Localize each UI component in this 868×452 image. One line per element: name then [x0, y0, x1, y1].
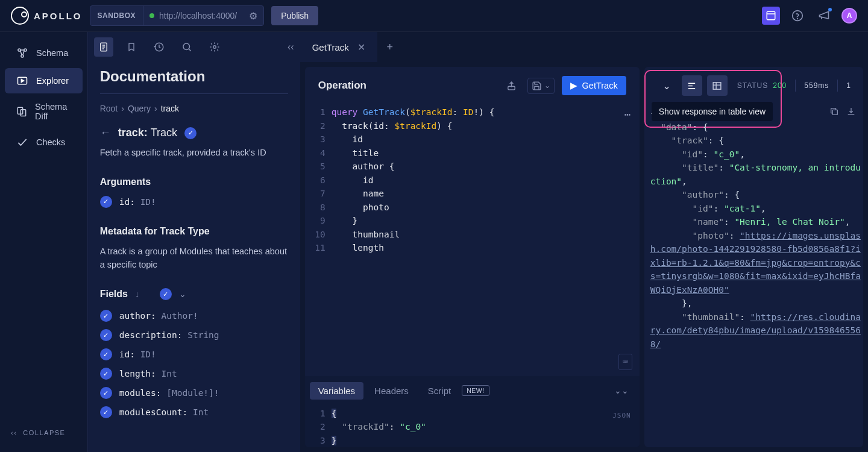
field-length[interactable]: length: Int: [119, 369, 177, 378]
history-icon[interactable]: [149, 37, 169, 57]
field-check-icon[interactable]: ✓: [100, 348, 112, 360]
apollo-logo-icon: [11, 7, 29, 25]
field-author[interactable]: author: Author!: [119, 311, 198, 321]
field-check-icon[interactable]: ✓: [100, 368, 112, 380]
variables-code: { "trackId": "c_0" }: [332, 406, 640, 448]
field-check-icon[interactable]: ✓: [100, 387, 112, 399]
svg-point-11: [213, 46, 216, 49]
apollo-logo[interactable]: APOLLO: [11, 7, 83, 25]
nav-label: Schema: [36, 48, 68, 58]
expand-response-icon[interactable]: ⌄: [656, 75, 677, 96]
new-badge: NEW!: [462, 385, 489, 396]
response-count: 1: [846, 81, 851, 90]
response-body[interactable]: { "data": { "track": { "id": "c_0", "tit…: [644, 104, 863, 447]
publish-button[interactable]: Publish: [271, 6, 318, 25]
run-operation-button[interactable]: ▶ GetTrack: [562, 76, 626, 95]
variables-tab[interactable]: Variables: [310, 382, 363, 400]
close-tab-icon[interactable]: ✕: [357, 42, 365, 53]
collapse-docs-icon[interactable]: ‹‹: [288, 42, 294, 52]
nav-schema-diff[interactable]: Schema Diff: [5, 96, 83, 127]
copy-response-icon[interactable]: [829, 107, 839, 121]
editor-menu-icon[interactable]: ⋯: [624, 108, 632, 122]
back-arrow-icon[interactable]: ←: [100, 127, 111, 139]
svg-rect-13: [713, 82, 721, 89]
svg-rect-7: [17, 107, 22, 114]
diff-icon: [16, 105, 28, 118]
select-all-check-icon[interactable]: ✓: [160, 288, 172, 300]
docs-title: Documentation: [100, 68, 288, 94]
query-code: query GetTrack($trackId: ID!) { track(id…: [332, 104, 640, 376]
argument-id[interactable]: id: ID!: [119, 197, 156, 207]
svg-point-10: [183, 43, 190, 50]
arguments-heading: Arguments: [100, 177, 288, 187]
bookmark-icon[interactable]: [122, 37, 141, 57]
field-modulesCount[interactable]: modulesCount: Int: [119, 407, 209, 417]
announcement-icon[interactable]: [815, 7, 833, 25]
download-response-icon[interactable]: [846, 107, 856, 121]
breadcrumb: Root› Query› track: [100, 104, 288, 113]
field-description[interactable]: description: String: [119, 330, 219, 340]
add-tab-button[interactable]: +: [378, 41, 402, 54]
field-check-icon[interactable]: ✓: [100, 196, 112, 208]
crumb-query[interactable]: Query: [128, 104, 151, 113]
nav-label: Checks: [36, 137, 65, 147]
keyboard-icon[interactable]: ⌨: [618, 354, 632, 370]
collapse-sidebar-button[interactable]: ‹‹ COLLAPSE: [0, 421, 87, 445]
notification-dot: [828, 8, 832, 11]
collapse-variables-icon[interactable]: ⌄⌄: [614, 386, 629, 395]
added-check-icon[interactable]: ✓: [184, 127, 197, 139]
headers-tab[interactable]: Headers: [366, 382, 417, 400]
nav-checks[interactable]: Checks: [5, 130, 83, 155]
fields-heading: Fields: [100, 289, 128, 300]
schema-item-title: track: Track: [118, 127, 177, 139]
docs-icon[interactable]: [94, 37, 113, 57]
script-tab[interactable]: Script: [420, 382, 459, 400]
sort-arrow-icon[interactable]: ↓: [135, 289, 139, 299]
help-icon[interactable]: [788, 7, 807, 25]
query-editor[interactable]: ⋯ ⌨ 1 2 3 4 5 6 7 8 91011 query GetTrack…: [305, 104, 640, 376]
operation-title: Operation: [318, 80, 496, 92]
save-dropdown[interactable]: ⌄: [527, 78, 555, 94]
table-view-icon[interactable]: [707, 75, 728, 96]
item-description: Fetch a specific track, provided a track…: [100, 146, 288, 160]
svg-rect-0: [767, 11, 775, 20]
operation-tab[interactable]: GetTrack ✕: [300, 32, 378, 62]
svg-rect-14: [832, 110, 837, 115]
field-check-icon[interactable]: ✓: [100, 406, 112, 418]
field-check-icon[interactable]: ✓: [100, 329, 112, 341]
nav-schema[interactable]: Schema: [5, 40, 83, 66]
crumb-current: track: [161, 104, 179, 113]
variables-editor[interactable]: JSON 123 { "trackId": "c_0" }: [305, 406, 640, 448]
endpoint-url[interactable]: http://localhost:4000/: [159, 11, 237, 20]
search-icon[interactable]: [177, 37, 197, 57]
json-view-icon[interactable]: [682, 75, 702, 96]
play-icon: ▶: [570, 81, 577, 90]
nav-label: Explorer: [36, 76, 69, 86]
field-check-icon[interactable]: ✓: [100, 310, 112, 322]
share-icon[interactable]: [503, 81, 520, 91]
field-modules[interactable]: modules: [Module!]!: [119, 388, 219, 398]
metadata-description: A track is a group of Modules that teach…: [100, 245, 288, 272]
nav-label: Schema Diff: [35, 102, 72, 121]
settings-icon[interactable]: [205, 37, 224, 57]
nav-explorer[interactable]: Explorer: [5, 68, 83, 93]
run-label: GetTrack: [582, 81, 618, 90]
studio-icon[interactable]: [762, 7, 780, 25]
field-id[interactable]: id: ID!: [119, 350, 156, 359]
status-label: STATUS: [737, 81, 769, 90]
collapse-label: COLLAPSE: [23, 429, 65, 436]
user-avatar[interactable]: A: [841, 8, 857, 24]
svg-point-2: [797, 19, 798, 19]
svg-rect-8: [20, 110, 25, 116]
chevron-down-icon[interactable]: ⌄: [179, 289, 186, 299]
settings-gear-icon[interactable]: ⚙: [243, 10, 263, 22]
connection-status-dot: [149, 13, 154, 18]
json-format-label: JSON: [612, 409, 631, 423]
metadata-heading: Metadata for Track Type: [100, 226, 288, 237]
brand-text: APOLLO: [34, 11, 83, 21]
checks-icon: [16, 136, 29, 149]
explorer-icon: [16, 74, 29, 87]
crumb-root[interactable]: Root: [100, 104, 118, 113]
table-view-tooltip: Show response in table view: [652, 102, 773, 121]
collapse-icon: ‹‹: [11, 429, 17, 436]
